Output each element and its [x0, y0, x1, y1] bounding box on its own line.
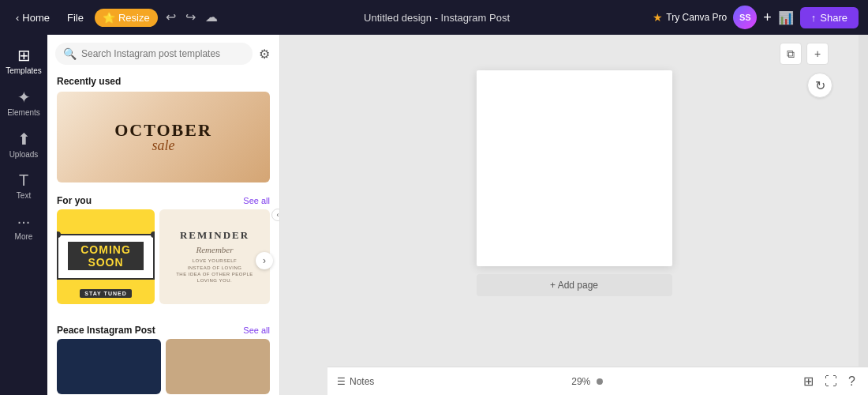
sidebar-item-label: Elements: [7, 108, 40, 117]
topbar-right: ★ Try Canva Pro SS + 📊 ↑ Share: [653, 6, 859, 29]
top-bar: ‹ Home File ⭐ Resize ↩ ↪ ☁ Untitled desi…: [0, 0, 868, 35]
sidebar-item-label: Text: [17, 191, 31, 200]
redo-button[interactable]: ↪: [182, 8, 199, 27]
october-sale-content: OCTOBER sale: [114, 120, 212, 154]
coming-soon-title: COMING SOON: [68, 242, 144, 270]
sidebar: ⊞ Templates ✦ Elements ⬆ Uploads T Text …: [0, 35, 47, 395]
zoom-level: 29%: [571, 376, 590, 387]
grid-view-button[interactable]: ⊞: [800, 372, 817, 390]
canva-star-icon: ★: [653, 11, 663, 24]
coming-soon-template[interactable]: COMING SOON STAY TUNED: [57, 209, 155, 304]
canvas-toolbar: ⧉ +: [780, 43, 829, 65]
zoom-controls: 29%: [571, 376, 603, 387]
notes-button[interactable]: ☰ Notes: [337, 376, 374, 387]
reminder-cursive: Remember: [196, 245, 233, 254]
search-icon: 🔍: [63, 47, 77, 60]
share-label: Share: [820, 12, 847, 24]
peace-title: Peace Instagram Post: [57, 325, 155, 336]
canvas-refresh-button[interactable]: ↻: [807, 73, 832, 98]
search-input-wrap: 🔍: [55, 43, 253, 65]
reminder-template[interactable]: REMINDER Remember LOVE YOURSELF INSTEAD …: [159, 209, 270, 304]
text-icon: T: [19, 171, 28, 190]
peace-dark-template[interactable]: [57, 339, 161, 394]
panel-collapse-handle[interactable]: ‹: [271, 209, 280, 221]
sidebar-item-label: More: [15, 232, 33, 241]
analytics-button[interactable]: 📊: [778, 10, 794, 25]
for-you-header: For you See all: [47, 190, 279, 209]
reminder-line2: INSTEAD OF LOVING: [176, 265, 253, 271]
reminder-line4: LOVING YOU.: [176, 277, 253, 284]
document-title: Untitled design - Instagram Post: [227, 12, 647, 24]
recently-used-template[interactable]: OCTOBER sale: [57, 92, 270, 182]
file-label: File: [67, 12, 84, 24]
canvas-area: ⧉ + ↻ + Add page ☰ Notes 29% ⊞ ⛶ ?: [280, 35, 868, 395]
templates-icon: ⊞: [17, 46, 31, 65]
undo-button[interactable]: ↩: [163, 8, 179, 27]
home-button[interactable]: ‹ Home: [9, 9, 56, 27]
frame-dots: [57, 231, 155, 238]
sidebar-item-uploads[interactable]: ⬆ Uploads: [0, 123, 47, 165]
zoom-slider-thumb[interactable]: [597, 378, 603, 385]
resize-button[interactable]: ⭐ Resize: [95, 9, 158, 27]
october-template-preview: OCTOBER sale: [57, 92, 270, 182]
for-you-grid: COMING SOON STAY TUNED REMINDER Remember…: [47, 209, 279, 312]
peace-section-header: Peace Instagram Post See all: [47, 320, 279, 339]
main-layout: ⊞ Templates ✦ Elements ⬆ Uploads T Text …: [0, 35, 868, 395]
share-icon: ↑: [811, 12, 817, 24]
share-button[interactable]: ↑ Share: [800, 7, 859, 28]
try-canva-label: Try Canva Pro: [666, 12, 727, 23]
user-avatar[interactable]: SS: [733, 6, 757, 29]
notes-icon: ☰: [337, 376, 346, 387]
notes-label: Notes: [350, 376, 374, 387]
sidebar-item-templates[interactable]: ⊞ Templates: [0, 40, 47, 81]
coming-soon-frame: COMING SOON: [57, 234, 155, 280]
canvas-page: [477, 70, 672, 266]
topbar-left: ‹ Home File ⭐ Resize ↩ ↪ ☁: [9, 8, 221, 27]
help-button[interactable]: ?: [845, 373, 859, 390]
peace-warm-template[interactable]: [166, 339, 270, 394]
add-page-button[interactable]: + Add page: [477, 274, 672, 296]
sidebar-item-label: Templates: [6, 66, 42, 75]
bottom-right-controls: ⊞ ⛶ ?: [800, 372, 859, 390]
history-icons: ↩ ↪ ☁: [163, 8, 221, 27]
search-input[interactable]: [81, 48, 245, 59]
home-label: Home: [22, 12, 50, 24]
stay-tuned-badge: STAY TUNED: [80, 289, 131, 298]
resize-label: Resize: [118, 12, 150, 24]
canvas-scrollbar[interactable]: [859, 35, 868, 395]
for-you-see-all-button[interactable]: See all: [243, 196, 270, 205]
reminder-title: REMINDER: [180, 229, 249, 242]
sidebar-item-more[interactable]: ··· More: [0, 206, 47, 247]
peace-see-all-button[interactable]: See all: [243, 325, 270, 335]
elements-icon: ✦: [17, 88, 31, 107]
sidebar-item-text[interactable]: T Text: [0, 165, 47, 206]
reminder-line3: THE IDEA OF OTHER PEOPLE: [176, 271, 253, 277]
more-icon: ···: [17, 213, 31, 231]
canvas-copy-button[interactable]: ⧉: [780, 43, 802, 65]
next-templates-button[interactable]: ›: [256, 252, 273, 269]
templates-panel: 🔍 ⚙ Recently used OCTOBER sale For you S…: [47, 35, 280, 395]
chevron-left-icon: ‹: [16, 12, 19, 24]
add-collaborator-button[interactable]: +: [763, 9, 772, 26]
bottom-bar: ☰ Notes 29% ⊞ ⛶ ?: [327, 367, 868, 395]
dot-tr: [151, 231, 155, 238]
save-cloud-button[interactable]: ☁: [202, 8, 221, 27]
sidebar-item-label: Uploads: [9, 150, 39, 159]
star-icon: ⭐: [103, 12, 115, 24]
try-canva-button[interactable]: ★ Try Canva Pro: [653, 11, 727, 24]
filter-button[interactable]: ⚙: [257, 45, 271, 63]
peace-grid: [47, 339, 279, 394]
file-button[interactable]: File: [61, 9, 90, 27]
canvas-add-button[interactable]: +: [806, 43, 829, 65]
sidebar-item-elements[interactable]: ✦ Elements: [0, 81, 47, 123]
fullscreen-button[interactable]: ⛶: [821, 373, 840, 390]
search-bar: 🔍 ⚙: [47, 35, 279, 70]
avatar-initials: SS: [739, 13, 751, 22]
dot-tl: [57, 231, 61, 238]
reminder-body: LOVE YOURSELF INSTEAD OF LOVING THE IDEA…: [176, 258, 253, 284]
add-page-label: + Add page: [550, 280, 598, 291]
reminder-line1: LOVE YOURSELF: [176, 258, 253, 264]
for-you-title: For you: [57, 195, 92, 206]
uploads-icon: ⬆: [17, 130, 31, 149]
recently-used-title: Recently used: [47, 70, 279, 92]
